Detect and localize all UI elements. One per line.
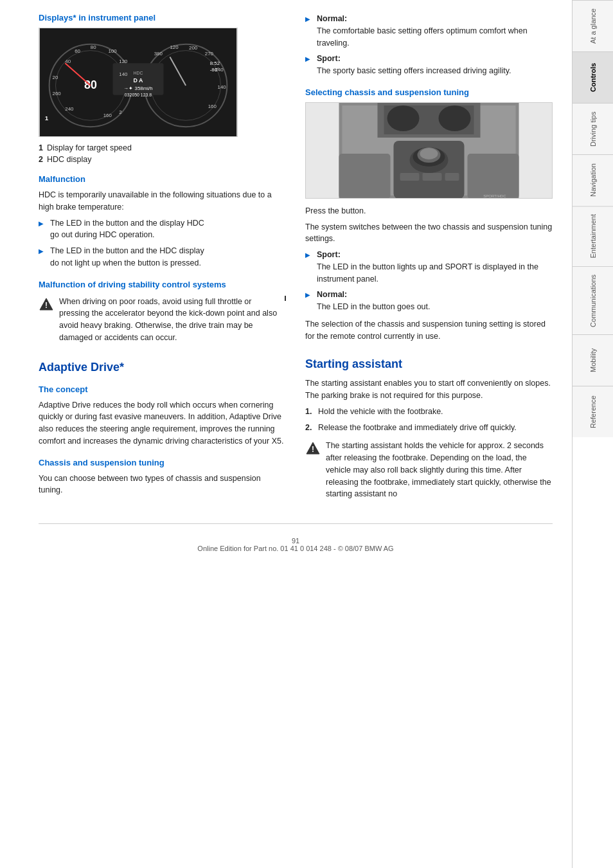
- starting-warning-text: The starting assistant holds the vehicle…: [326, 440, 553, 500]
- starting-warning-box: ! The starting assistant holds the vehic…: [305, 440, 553, 504]
- svg-text:2: 2: [119, 109, 121, 115]
- svg-text:20: 20: [53, 75, 58, 80]
- svg-text:140: 140: [218, 84, 227, 90]
- svg-point-44: [420, 148, 438, 159]
- svg-text:270: 270: [205, 51, 214, 57]
- svg-text:260: 260: [53, 91, 62, 96]
- svg-text:160: 160: [208, 104, 217, 109]
- select-normal-item: ▶ Normal: The LED in the button goes out…: [305, 289, 553, 313]
- adaptive-drive-heading: Adaptive Drive*: [39, 361, 286, 374]
- end-mark: [285, 296, 286, 301]
- warning-triangle-icon: !: [39, 297, 54, 313]
- selecting-press: Press the button.: [305, 205, 553, 217]
- starting-step-1: 1. Hold the vehicle with the footbrake.: [305, 406, 553, 418]
- svg-text:140: 140: [119, 71, 128, 77]
- select-storage: The selection of the chassis and suspens…: [305, 318, 553, 343]
- chassis-tuning-text: You can choose between two types of chas…: [39, 473, 286, 497]
- stability-warning-box: ! When driving on poor roads, avoid usin…: [39, 296, 286, 348]
- svg-text:!: !: [45, 301, 48, 310]
- svg-text:60: 60: [75, 48, 80, 54]
- tab-reference[interactable]: Reference: [573, 386, 613, 437]
- right-column: ▶ Normal: The comfortable basic setting …: [305, 13, 553, 511]
- main-content: Displays* in instrument panel 80: [0, 0, 572, 868]
- triangle-select-sport: ▶: [305, 250, 314, 260]
- chassis-image: SPORT/HDC: [305, 102, 553, 199]
- stability-warning-text: When driving on poor roads, avoid using …: [59, 296, 278, 344]
- footer-text: Online Edition for Part no. 01 41 0 014 …: [197, 545, 393, 552]
- svg-text:40: 40: [65, 59, 71, 64]
- tab-communications[interactable]: Communications: [573, 266, 613, 335]
- svg-text:380: 380: [154, 51, 163, 57]
- starting-step-2: 2. Release the footbrake and immediately…: [305, 422, 553, 434]
- svg-text:8:52: 8:52: [210, 60, 220, 66]
- triangle-icon-2: ▶: [39, 246, 48, 256]
- malfunction-text: HDC is temporarily unavailable in the fo…: [39, 189, 286, 213]
- caption-1: 1 Display for target speed: [39, 143, 286, 152]
- malfunction-heading: Malfunction: [39, 174, 286, 184]
- svg-text:HDC: HDC: [134, 71, 143, 75]
- svg-text:→✦  358mi/h: →✦ 358mi/h: [123, 86, 152, 91]
- displays-heading: Displays* in instrument panel: [39, 13, 286, 23]
- triangle-select-normal: ▶: [305, 290, 314, 300]
- select-sport-item: ▶ Sport: The LED in the button lights up…: [305, 249, 553, 285]
- svg-rect-46: [423, 173, 442, 181]
- tab-controls[interactable]: Controls: [573, 51, 613, 103]
- starting-text: The starting assistant enables you to st…: [305, 377, 553, 402]
- svg-text:SPORT/HDC: SPORT/HDC: [483, 194, 506, 198]
- svg-text:200: 200: [189, 45, 198, 51]
- svg-rect-47: [445, 173, 459, 181]
- malfunction-item-2: ▶ The LED in the button and the HDC disp…: [39, 245, 286, 269]
- svg-point-51: [439, 105, 471, 131]
- concept-heading: The concept: [39, 384, 286, 394]
- triangle-icon-1: ▶: [39, 219, 48, 228]
- svg-text:100: 100: [109, 48, 118, 54]
- svg-text:!: !: [312, 445, 314, 454]
- svg-rect-38: [339, 154, 391, 199]
- svg-text:032050 123.8: 032050 123.8: [125, 93, 152, 97]
- select-mode-list: ▶ Sport: The LED in the button lights up…: [305, 249, 553, 313]
- svg-text:160: 160: [103, 113, 112, 118]
- sport-item: ▶ Sport: The sporty basic setting offers…: [305, 53, 553, 77]
- starting-steps: 1. Hold the vehicle with the footbrake. …: [305, 406, 553, 434]
- svg-text:120: 120: [170, 44, 179, 50]
- tab-navigation[interactable]: Navigation: [573, 154, 613, 206]
- page-number: 91: [292, 537, 299, 545]
- normal-item: ▶ Normal: The comfortable basic setting …: [305, 13, 553, 49]
- svg-rect-45: [400, 173, 420, 181]
- instrument-panel-image: 80 HDC D A →✦ 358mi/h 032050 123.8 40 20: [39, 28, 238, 137]
- page-footer: 91 Online Edition for Part no. 01 41 0 0…: [39, 523, 553, 559]
- left-column: Displays* in instrument panel 80: [39, 13, 286, 511]
- sidebar-tabs: At a glance Controls Driving tips Naviga…: [572, 0, 613, 868]
- svg-text:1: 1: [45, 114, 49, 122]
- svg-text:120: 120: [119, 59, 128, 64]
- malfunction-item-1: ▶ The LED in the button and the display …: [39, 217, 286, 242]
- chassis-tuning-heading: Chassis and suspension tuning: [39, 458, 286, 467]
- svg-text:-86°: -86°: [210, 67, 220, 73]
- tab-driving-tips[interactable]: Driving tips: [573, 103, 613, 154]
- malfunction-list: ▶ The LED in the button and the display …: [39, 217, 286, 269]
- starting-warning-icon: !: [305, 441, 321, 457]
- svg-text:80: 80: [91, 44, 96, 50]
- svg-point-50: [387, 105, 420, 131]
- svg-text:240: 240: [65, 106, 74, 112]
- tab-entertainment[interactable]: Entertainment: [573, 206, 613, 266]
- concept-text: Adaptive Drive reduces the body roll whi…: [39, 399, 286, 448]
- selecting-heading: Selecting chassis and suspension tuning: [305, 87, 553, 97]
- svg-text:D  A: D A: [134, 77, 144, 84]
- stability-heading: Malfunction of driving stability control…: [39, 280, 286, 289]
- tab-at-a-glance[interactable]: At a glance: [573, 0, 613, 51]
- caption-2: 2 HDC display: [39, 155, 286, 164]
- mode-list-top: ▶ Normal: The comfortable basic setting …: [305, 13, 553, 77]
- starting-assistant-heading: Starting assistant: [305, 357, 553, 371]
- triangle-icon-sport: ▶: [305, 54, 314, 64]
- svg-rect-39: [468, 154, 519, 199]
- tab-mobility[interactable]: Mobility: [573, 334, 613, 386]
- selecting-switches: The system switches between the two chas…: [305, 221, 553, 246]
- triangle-icon-normal: ▶: [305, 14, 314, 24]
